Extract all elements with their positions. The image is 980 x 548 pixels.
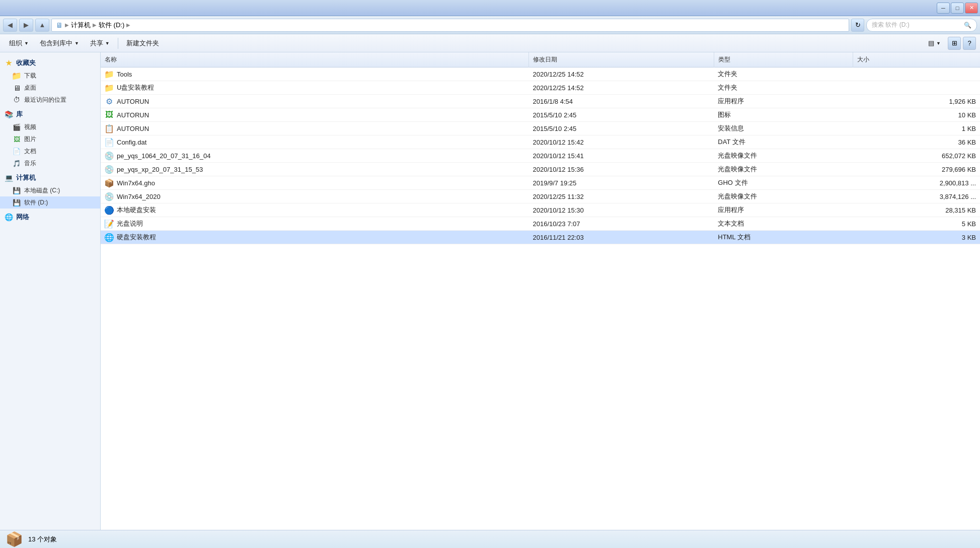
file-name: AUTORUN <box>117 111 149 119</box>
status-bar: 📦 13 个对象 <box>0 530 980 548</box>
share-button[interactable]: 共享 ▼ <box>85 36 115 50</box>
add-to-lib-button[interactable]: 包含到库中 ▼ <box>35 36 84 50</box>
col-header-name[interactable]: 名称 <box>101 52 529 67</box>
search-icon: 🔍 <box>964 22 971 29</box>
folder-icon: 📁 <box>12 71 21 80</box>
sidebar-favorites-header[interactable]: ★ 收藏夹 <box>0 56 100 70</box>
sidebar-item-drive-d[interactable]: 💾 软件 (D:) <box>0 196 100 209</box>
new-folder-button[interactable]: 新建文件夹 <box>121 36 164 50</box>
star-icon: ★ <box>4 58 13 67</box>
sidebar-section-network: 🌐 网络 <box>0 211 100 224</box>
file-size: 279,696 KB <box>853 163 980 176</box>
sidebar-library-label: 库 <box>16 110 23 119</box>
file-name: pe_yqs_1064_20_07_31_16_04 <box>117 152 211 160</box>
file-name: 本地硬盘安装 <box>117 206 156 215</box>
sidebar-network-header[interactable]: 🌐 网络 <box>0 211 100 224</box>
status-app-icon: 📦 <box>5 530 23 549</box>
search-bar[interactable]: 搜索 软件 (D:) 🔍 <box>866 19 977 32</box>
file-type: DAT 文件 <box>714 135 853 149</box>
breadcrumb-drive[interactable]: 软件 (D:) <box>99 21 124 30</box>
status-count: 13 个对象 <box>28 535 57 544</box>
file-name: 硬盘安装教程 <box>117 233 156 242</box>
file-size: 1 KB <box>853 122 980 135</box>
file-type: HTML 文档 <box>714 231 853 244</box>
sidebar-item-desktop[interactable]: 🖥 桌面 <box>0 82 100 94</box>
table-row[interactable]: 📋 AUTORUN 2015/5/10 2:45 安装信息 1 KB <box>101 122 980 135</box>
file-type: 文件夹 <box>714 67 853 81</box>
help-button[interactable]: ? <box>963 37 976 50</box>
sidebar-drive-c-label: 本地磁盘 (C:) <box>24 186 60 195</box>
picture-icon: 🖼 <box>12 134 21 144</box>
sidebar-downloads-label: 下载 <box>24 72 36 80</box>
network-icon: 🌐 <box>4 213 13 222</box>
file-name: 光盘说明 <box>117 219 143 228</box>
breadcrumb-sep2: ▶ <box>93 22 97 28</box>
col-header-modified[interactable]: 修改日期 <box>529 52 714 67</box>
title-bar: ─ □ ✕ <box>0 0 980 16</box>
refresh-button[interactable]: ↻ <box>851 19 864 32</box>
file-area: 名称 修改日期 类型 大小 📁 Tools 2020/12/25 14:52 文… <box>101 52 980 530</box>
sidebar-item-video[interactable]: 🎬 视频 <box>0 121 100 133</box>
back-button[interactable]: ◀ <box>3 19 17 32</box>
sidebar-video-label: 视频 <box>24 123 36 131</box>
table-row[interactable]: 🖼 AUTORUN 2015/5/10 2:45 图标 10 KB <box>101 108 980 122</box>
up-button[interactable]: ▲ <box>35 19 49 32</box>
pane-toggle-button[interactable]: ⊞ <box>948 37 961 50</box>
table-row[interactable]: 💿 pe_yqs_xp_20_07_31_15_53 2020/10/12 15… <box>101 163 980 176</box>
sidebar-section-library: 📚 库 🎬 视频 🖼 图片 📄 文档 🎵 音乐 <box>0 108 100 169</box>
file-modified: 2016/11/21 22:03 <box>529 231 714 244</box>
sidebar-favorites-label: 收藏夹 <box>16 58 36 67</box>
sidebar-network-label: 网络 <box>16 213 29 222</box>
file-type: 文本文档 <box>714 217 853 231</box>
file-size: 3,874,126 ... <box>853 190 980 203</box>
organize-button[interactable]: 组织 ▼ <box>4 36 34 50</box>
sidebar-item-drive-c[interactable]: 💾 本地磁盘 (C:) <box>0 184 100 196</box>
sidebar-computer-header[interactable]: 💻 计算机 <box>0 171 100 184</box>
table-row[interactable]: 📄 Config.dat 2020/10/12 15:42 DAT 文件 36 … <box>101 135 980 149</box>
forward-button[interactable]: ▶ <box>19 19 33 32</box>
table-row[interactable]: 📦 Win7x64.gho 2019/9/7 19:25 GHO 文件 2,90… <box>101 176 980 190</box>
table-row[interactable]: 💿 Win7x64_2020 2020/12/25 11:32 光盘映像文件 3… <box>101 190 980 203</box>
file-size: 652,072 KB <box>853 149 980 163</box>
drive-d-icon: 💾 <box>12 198 21 207</box>
sidebar-desktop-label: 桌面 <box>24 84 36 92</box>
file-type: 应用程序 <box>714 203 853 217</box>
sidebar-library-header[interactable]: 📚 库 <box>0 108 100 121</box>
file-type: GHO 文件 <box>714 176 853 190</box>
table-row[interactable]: 📁 Tools 2020/12/25 14:52 文件夹 <box>101 67 980 81</box>
breadcrumb-sep3: ▶ <box>126 22 130 28</box>
sidebar-item-music[interactable]: 🎵 音乐 <box>0 157 100 169</box>
file-size: 2,900,813 ... <box>853 176 980 190</box>
sidebar-item-recent[interactable]: ⏱ 最近访问的位置 <box>0 94 100 106</box>
maximize-button[interactable]: □ <box>951 3 964 14</box>
col-header-type[interactable]: 类型 <box>714 52 853 67</box>
table-row[interactable]: 🔵 本地硬盘安装 2020/10/12 15:30 应用程序 28,315 KB <box>101 203 980 217</box>
sidebar-item-document[interactable]: 📄 文档 <box>0 145 100 157</box>
table-row[interactable]: 📝 光盘说明 2016/10/23 7:07 文本文档 5 KB <box>101 217 980 231</box>
view-button[interactable]: ▤ ▼ <box>923 36 946 50</box>
close-button[interactable]: ✕ <box>965 3 978 14</box>
table-row[interactable]: 🌐 硬盘安装教程 2016/11/21 22:03 HTML 文档 3 KB <box>101 231 980 244</box>
recent-icon: ⏱ <box>12 95 21 104</box>
file-icon: 📋 <box>105 124 114 133</box>
main-layout: ★ 收藏夹 📁 下载 🖥 桌面 ⏱ 最近访问的位置 📚 库 � <box>0 52 980 530</box>
table-row[interactable]: ⚙ AUTORUN 2016/1/8 4:54 应用程序 1,926 KB <box>101 95 980 108</box>
sidebar-item-downloads[interactable]: 📁 下载 <box>0 70 100 82</box>
file-modified: 2015/5/10 2:45 <box>529 122 714 135</box>
organize-dropdown-icon: ▼ <box>24 41 29 46</box>
file-icon: 📝 <box>105 219 114 228</box>
breadcrumb[interactable]: 🖥 ▶ 计算机 ▶ 软件 (D:) ▶ <box>51 19 849 32</box>
sidebar-item-picture[interactable]: 🖼 图片 <box>0 133 100 145</box>
file-modified: 2016/1/8 4:54 <box>529 95 714 108</box>
breadcrumb-computer[interactable]: 计算机 <box>71 21 91 30</box>
col-header-size[interactable]: 大小 <box>853 52 980 67</box>
file-table: 名称 修改日期 类型 大小 📁 Tools 2020/12/25 14:52 文… <box>101 52 980 244</box>
sidebar-section-computer: 💻 计算机 💾 本地磁盘 (C:) 💾 软件 (D:) <box>0 171 100 209</box>
file-type: 光盘映像文件 <box>714 163 853 176</box>
file-size: 3 KB <box>853 231 980 244</box>
table-row[interactable]: 💿 pe_yqs_1064_20_07_31_16_04 2020/10/12 … <box>101 149 980 163</box>
table-row[interactable]: 📁 U盘安装教程 2020/12/25 14:52 文件夹 <box>101 81 980 95</box>
toolbar: 组织 ▼ 包含到库中 ▼ 共享 ▼ 新建文件夹 ▤ ▼ ⊞ ? <box>0 34 980 52</box>
window-controls: ─ □ ✕ <box>937 3 978 14</box>
minimize-button[interactable]: ─ <box>937 3 950 14</box>
